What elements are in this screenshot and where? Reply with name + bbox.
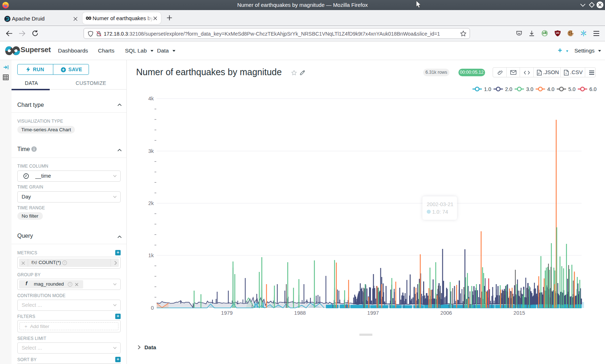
svg-text:UO: UO [556,32,560,34]
svg-text:3k: 3k [148,148,154,154]
svg-text:2015: 2015 [514,310,525,316]
svg-text:4.0: 4.0 [547,86,555,92]
svg-text:1997: 1997 [367,310,379,316]
svg-text:1k: 1k [148,252,154,258]
svg-text:3.0: 3.0 [526,86,533,92]
svg-text:?: ? [64,261,66,264]
svg-text:4k: 4k [148,96,154,101]
svg-text:2k: 2k [148,200,154,206]
svg-text:6.0: 6.0 [590,86,597,92]
svg-text:1979: 1979 [221,310,233,316]
svg-text:5.0: 5.0 [568,86,575,92]
svg-text:2.0: 2.0 [505,86,512,92]
svg-text:1988: 1988 [294,310,306,316]
svg-text:2006: 2006 [440,310,452,316]
svg-text:?: ? [69,283,71,286]
svg-text:1.0: 1.0 [484,86,491,92]
svg-text:0: 0 [151,305,154,311]
